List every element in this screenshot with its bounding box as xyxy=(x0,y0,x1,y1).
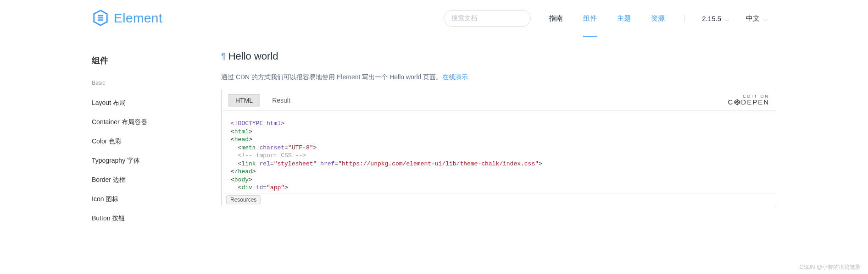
intro-text: 通过 CDN 的方式我们可以很容易地使用 Element 写出一个 Hello … xyxy=(221,73,442,81)
version-label: 2.15.5 xyxy=(702,15,721,22)
sidebar-item-border[interactable]: Border 边框 xyxy=(92,170,212,190)
edit-on-codepen[interactable]: EDIT ON C DEPEN xyxy=(728,94,769,106)
code-tag: el-button xyxy=(249,192,281,193)
nav-guide[interactable]: 指南 xyxy=(539,0,573,37)
header: Element 搜索文档 指南 组件 主题 资源 2.15.5 ◡ 中文 ◡ xyxy=(0,0,868,37)
code-text: Button xyxy=(370,192,392,193)
sidebar-item-icon[interactable]: Icon 图标 xyxy=(92,190,212,209)
search-input[interactable]: 搜索文档 xyxy=(444,10,531,27)
header-right: 搜索文档 指南 组件 主题 资源 2.15.5 ◡ 中文 ◡ xyxy=(444,0,868,37)
logo-text: Element xyxy=(114,11,162,26)
code-tag: div xyxy=(241,184,252,191)
code-attr: rel xyxy=(259,160,270,167)
language-label: 中文 xyxy=(746,14,760,23)
codepen-icon xyxy=(734,99,740,105)
sidebar-title: 组件 xyxy=(92,55,212,66)
intro-paragraph: 通过 CDN 的方式我们可以很容易地使用 Element 写出一个 Hello … xyxy=(221,73,776,82)
code-attr: charset xyxy=(259,144,284,151)
sidebar-item-layout[interactable]: Layout 布局 xyxy=(92,93,212,113)
code-str: app xyxy=(270,184,281,191)
tab-html[interactable]: HTML xyxy=(228,94,260,107)
nav-theme[interactable]: 主题 xyxy=(607,0,641,37)
nav-resource[interactable]: 资源 xyxy=(641,0,675,37)
codepen-footer: Resources xyxy=(222,193,776,206)
pilcrow-icon: ¶ xyxy=(221,52,226,61)
sidebar-item-typography[interactable]: Typography 字体 xyxy=(92,151,212,170)
section-heading: ¶ Hello world xyxy=(221,50,776,62)
codepen-embed: HTML Result EDIT ON C DEPEN <!DOCTYPE ht… xyxy=(221,90,776,206)
codepen-brand: C DEPEN xyxy=(728,99,769,106)
code-str: UTF-8 xyxy=(292,144,310,151)
language-dropdown[interactable]: 中文 ◡ xyxy=(738,14,776,23)
nav-separator xyxy=(684,15,684,22)
code-comment: <!-- import CSS --> xyxy=(238,152,306,159)
sidebar-group-basic: Basic xyxy=(92,80,212,86)
code-tag: head xyxy=(234,136,249,143)
chevron-down-icon: ◡ xyxy=(725,16,729,22)
logo-icon xyxy=(92,9,109,28)
code-doctype: <!DOCTYPE html> xyxy=(231,120,284,127)
code-attr: id xyxy=(256,184,263,191)
code-attr: @click xyxy=(284,192,306,193)
code-tag: /head xyxy=(234,168,252,175)
code-tag: meta xyxy=(241,144,256,151)
sidebar-item-color[interactable]: Color 色彩 xyxy=(92,132,212,151)
logo[interactable]: Element xyxy=(92,9,162,28)
code-attr: href xyxy=(320,160,334,167)
main: ¶ Hello world 通过 CDN 的方式我们可以很容易地使用 Eleme… xyxy=(212,37,868,228)
nav-component[interactable]: 组件 xyxy=(573,0,607,37)
sidebar: 组件 Basic Layout 布局 Container 布局容器 Color … xyxy=(92,37,212,228)
codepen-tabs: HTML Result EDIT ON C DEPEN xyxy=(222,90,776,110)
code-tag: body xyxy=(234,176,249,183)
search-placeholder: 搜索文档 xyxy=(451,14,477,22)
code-str: stylesheet xyxy=(277,160,313,167)
sidebar-item-button[interactable]: Button 按钮 xyxy=(92,209,212,228)
page-title: Hello world xyxy=(228,50,278,62)
demo-link[interactable]: 在线演示 xyxy=(442,73,468,81)
resources-button[interactable]: Resources xyxy=(226,195,261,204)
code-tag: /el-button xyxy=(395,192,431,193)
sidebar-item-container[interactable]: Container 布局容器 xyxy=(92,113,212,132)
code-tag: html xyxy=(234,128,249,135)
version-dropdown[interactable]: 2.15.5 ◡ xyxy=(694,15,738,22)
chevron-down-icon: ◡ xyxy=(763,16,768,22)
code-tag: link xyxy=(241,160,256,167)
code-block[interactable]: <!DOCTYPE html> <html> <head> <meta char… xyxy=(222,110,776,193)
code-str: https://unpkg.com/element-ui/lib/theme-c… xyxy=(342,160,535,167)
code-str: visible = true xyxy=(313,192,363,193)
top-nav: 指南 组件 主题 资源 xyxy=(539,0,675,37)
tab-result[interactable]: Result xyxy=(265,94,298,107)
